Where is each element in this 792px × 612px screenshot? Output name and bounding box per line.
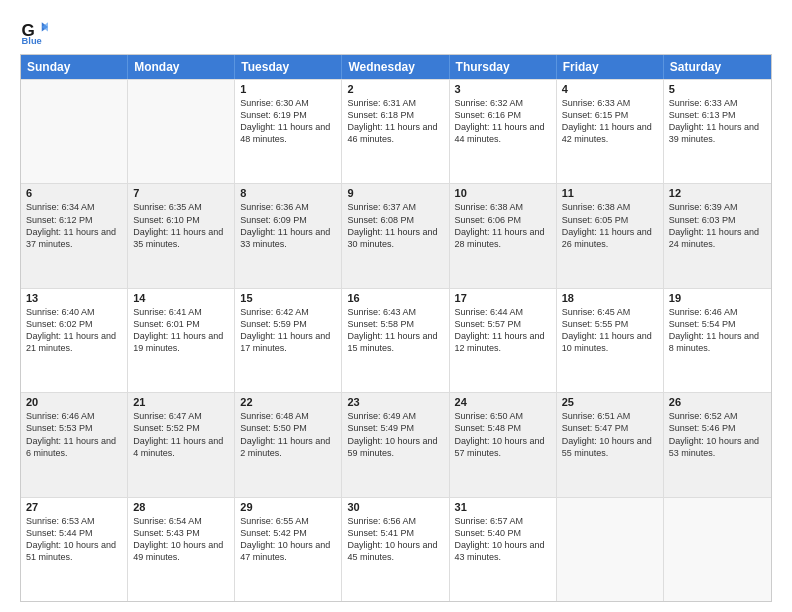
cell-info: Sunrise: 6:51 AMSunset: 5:47 PMDaylight:… [562,410,658,459]
day-number: 29 [240,501,336,513]
day-cell-4: 4Sunrise: 6:33 AMSunset: 6:15 PMDaylight… [557,80,664,183]
cell-info: Sunrise: 6:45 AMSunset: 5:55 PMDaylight:… [562,306,658,355]
empty-cell [664,498,771,601]
calendar-header-row: SundayMondayTuesdayWednesdayThursdayFrid… [21,55,771,79]
cell-info: Sunrise: 6:37 AMSunset: 6:08 PMDaylight:… [347,201,443,250]
day-cell-19: 19Sunrise: 6:46 AMSunset: 5:54 PMDayligh… [664,289,771,392]
day-header-friday: Friday [557,55,664,79]
cell-info: Sunrise: 6:44 AMSunset: 5:57 PMDaylight:… [455,306,551,355]
day-number: 12 [669,187,766,199]
svg-text:Blue: Blue [22,36,42,44]
empty-cell [21,80,128,183]
day-cell-20: 20Sunrise: 6:46 AMSunset: 5:53 PMDayligh… [21,393,128,496]
cell-info: Sunrise: 6:36 AMSunset: 6:09 PMDaylight:… [240,201,336,250]
logo-icon: G Blue [20,16,48,44]
day-cell-25: 25Sunrise: 6:51 AMSunset: 5:47 PMDayligh… [557,393,664,496]
cell-info: Sunrise: 6:30 AMSunset: 6:19 PMDaylight:… [240,97,336,146]
day-cell-12: 12Sunrise: 6:39 AMSunset: 6:03 PMDayligh… [664,184,771,287]
day-cell-23: 23Sunrise: 6:49 AMSunset: 5:49 PMDayligh… [342,393,449,496]
cell-info: Sunrise: 6:35 AMSunset: 6:10 PMDaylight:… [133,201,229,250]
day-number: 25 [562,396,658,408]
day-number: 3 [455,83,551,95]
day-number: 4 [562,83,658,95]
day-cell-16: 16Sunrise: 6:43 AMSunset: 5:58 PMDayligh… [342,289,449,392]
calendar-row-4: 20Sunrise: 6:46 AMSunset: 5:53 PMDayligh… [21,392,771,496]
day-number: 8 [240,187,336,199]
day-cell-28: 28Sunrise: 6:54 AMSunset: 5:43 PMDayligh… [128,498,235,601]
day-number: 24 [455,396,551,408]
cell-info: Sunrise: 6:33 AMSunset: 6:15 PMDaylight:… [562,97,658,146]
day-cell-5: 5Sunrise: 6:33 AMSunset: 6:13 PMDaylight… [664,80,771,183]
cell-info: Sunrise: 6:53 AMSunset: 5:44 PMDaylight:… [26,515,122,564]
day-number: 30 [347,501,443,513]
day-cell-13: 13Sunrise: 6:40 AMSunset: 6:02 PMDayligh… [21,289,128,392]
cell-info: Sunrise: 6:57 AMSunset: 5:40 PMDaylight:… [455,515,551,564]
day-header-sunday: Sunday [21,55,128,79]
cell-info: Sunrise: 6:34 AMSunset: 6:12 PMDaylight:… [26,201,122,250]
day-cell-24: 24Sunrise: 6:50 AMSunset: 5:48 PMDayligh… [450,393,557,496]
day-cell-1: 1Sunrise: 6:30 AMSunset: 6:19 PMDaylight… [235,80,342,183]
day-number: 10 [455,187,551,199]
day-cell-15: 15Sunrise: 6:42 AMSunset: 5:59 PMDayligh… [235,289,342,392]
cell-info: Sunrise: 6:46 AMSunset: 5:54 PMDaylight:… [669,306,766,355]
calendar-body: 1Sunrise: 6:30 AMSunset: 6:19 PMDaylight… [21,79,771,601]
day-cell-17: 17Sunrise: 6:44 AMSunset: 5:57 PMDayligh… [450,289,557,392]
day-number: 23 [347,396,443,408]
calendar-row-3: 13Sunrise: 6:40 AMSunset: 6:02 PMDayligh… [21,288,771,392]
day-cell-2: 2Sunrise: 6:31 AMSunset: 6:18 PMDaylight… [342,80,449,183]
cell-info: Sunrise: 6:38 AMSunset: 6:05 PMDaylight:… [562,201,658,250]
day-number: 11 [562,187,658,199]
day-cell-29: 29Sunrise: 6:55 AMSunset: 5:42 PMDayligh… [235,498,342,601]
cell-info: Sunrise: 6:32 AMSunset: 6:16 PMDaylight:… [455,97,551,146]
day-number: 6 [26,187,122,199]
page: G Blue SundayMondayTuesdayWednesdayThurs… [0,0,792,612]
day-number: 31 [455,501,551,513]
cell-info: Sunrise: 6:50 AMSunset: 5:48 PMDaylight:… [455,410,551,459]
day-cell-18: 18Sunrise: 6:45 AMSunset: 5:55 PMDayligh… [557,289,664,392]
day-number: 22 [240,396,336,408]
cell-info: Sunrise: 6:48 AMSunset: 5:50 PMDaylight:… [240,410,336,459]
calendar-row-5: 27Sunrise: 6:53 AMSunset: 5:44 PMDayligh… [21,497,771,601]
day-number: 17 [455,292,551,304]
day-cell-6: 6Sunrise: 6:34 AMSunset: 6:12 PMDaylight… [21,184,128,287]
cell-info: Sunrise: 6:47 AMSunset: 5:52 PMDaylight:… [133,410,229,459]
empty-cell [557,498,664,601]
day-cell-30: 30Sunrise: 6:56 AMSunset: 5:41 PMDayligh… [342,498,449,601]
day-number: 21 [133,396,229,408]
cell-info: Sunrise: 6:56 AMSunset: 5:41 PMDaylight:… [347,515,443,564]
cell-info: Sunrise: 6:41 AMSunset: 6:01 PMDaylight:… [133,306,229,355]
day-number: 14 [133,292,229,304]
cell-info: Sunrise: 6:54 AMSunset: 5:43 PMDaylight:… [133,515,229,564]
day-number: 13 [26,292,122,304]
day-cell-11: 11Sunrise: 6:38 AMSunset: 6:05 PMDayligh… [557,184,664,287]
cell-info: Sunrise: 6:38 AMSunset: 6:06 PMDaylight:… [455,201,551,250]
cell-info: Sunrise: 6:46 AMSunset: 5:53 PMDaylight:… [26,410,122,459]
day-header-tuesday: Tuesday [235,55,342,79]
cell-info: Sunrise: 6:39 AMSunset: 6:03 PMDaylight:… [669,201,766,250]
day-cell-10: 10Sunrise: 6:38 AMSunset: 6:06 PMDayligh… [450,184,557,287]
day-number: 1 [240,83,336,95]
cell-info: Sunrise: 6:43 AMSunset: 5:58 PMDaylight:… [347,306,443,355]
day-cell-7: 7Sunrise: 6:35 AMSunset: 6:10 PMDaylight… [128,184,235,287]
day-cell-22: 22Sunrise: 6:48 AMSunset: 5:50 PMDayligh… [235,393,342,496]
day-header-thursday: Thursday [450,55,557,79]
cell-info: Sunrise: 6:31 AMSunset: 6:18 PMDaylight:… [347,97,443,146]
cell-info: Sunrise: 6:40 AMSunset: 6:02 PMDaylight:… [26,306,122,355]
day-number: 26 [669,396,766,408]
day-number: 9 [347,187,443,199]
day-number: 27 [26,501,122,513]
logo: G Blue [20,16,52,44]
day-cell-8: 8Sunrise: 6:36 AMSunset: 6:09 PMDaylight… [235,184,342,287]
day-cell-26: 26Sunrise: 6:52 AMSunset: 5:46 PMDayligh… [664,393,771,496]
day-cell-3: 3Sunrise: 6:32 AMSunset: 6:16 PMDaylight… [450,80,557,183]
header: G Blue [20,16,772,44]
calendar-row-2: 6Sunrise: 6:34 AMSunset: 6:12 PMDaylight… [21,183,771,287]
day-cell-9: 9Sunrise: 6:37 AMSunset: 6:08 PMDaylight… [342,184,449,287]
day-number: 18 [562,292,658,304]
cell-info: Sunrise: 6:55 AMSunset: 5:42 PMDaylight:… [240,515,336,564]
day-header-saturday: Saturday [664,55,771,79]
day-number: 20 [26,396,122,408]
calendar-row-1: 1Sunrise: 6:30 AMSunset: 6:19 PMDaylight… [21,79,771,183]
day-number: 28 [133,501,229,513]
day-number: 15 [240,292,336,304]
